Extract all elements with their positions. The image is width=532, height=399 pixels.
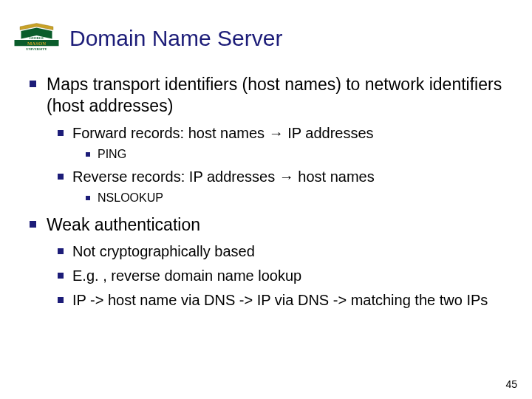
- bullet-text: PING: [98, 147, 126, 162]
- square-bullet-icon: [58, 273, 64, 279]
- svg-text:MASON: MASON: [27, 41, 46, 46]
- square-bullet-icon: [58, 297, 64, 303]
- bullet-level1: Maps transport identifiers (host names) …: [30, 74, 517, 117]
- square-bullet-icon: [86, 196, 90, 200]
- square-bullet-icon: [58, 174, 64, 180]
- square-bullet-icon: [58, 130, 64, 136]
- square-bullet-icon: [58, 248, 64, 254]
- page-number: 45: [505, 378, 517, 390]
- slide-body: Maps transport identifiers (host names) …: [30, 74, 517, 313]
- square-bullet-icon: [86, 152, 90, 157]
- bullet-level1: Weak authentication: [30, 214, 517, 236]
- bullet-text: Maps transport identifiers (host names) …: [47, 74, 517, 117]
- bullet-text: NSLOOKUP: [98, 191, 163, 205]
- bullet-text: Not cryptographically based: [72, 242, 255, 261]
- bullet-text: Reverse records: IP addresses → host nam…: [72, 168, 375, 186]
- bullet-text: IP -> host name via DNS -> IP via DNS ->…: [72, 291, 488, 310]
- bullet-text: E.g. , reverse domain name lookup: [72, 267, 301, 285]
- slide-title: Domain Name Server: [69, 26, 282, 51]
- bullet-text: Weak authentication: [47, 214, 200, 236]
- bullet-level2: Reverse records: IP addresses → host nam…: [58, 168, 517, 186]
- svg-text:UNIVERSITY: UNIVERSITY: [26, 47, 47, 51]
- bullet-level2: E.g. , reverse domain name lookup: [58, 267, 517, 285]
- bullet-level2: IP -> host name via DNS -> IP via DNS ->…: [58, 291, 517, 310]
- university-logo: MASON GEORGE UNIVERSITY: [9, 22, 64, 55]
- bullet-text: Forward records: host names → IP address…: [72, 124, 374, 143]
- bullet-level3: NSLOOKUP: [86, 191, 517, 205]
- bullet-level3: PING: [86, 147, 517, 162]
- bullet-level2: Forward records: host names → IP address…: [58, 124, 517, 143]
- square-bullet-icon: [30, 81, 36, 87]
- svg-text:GEORGE: GEORGE: [30, 36, 44, 40]
- bullet-level2: Not cryptographically based: [58, 242, 517, 261]
- square-bullet-icon: [30, 221, 36, 228]
